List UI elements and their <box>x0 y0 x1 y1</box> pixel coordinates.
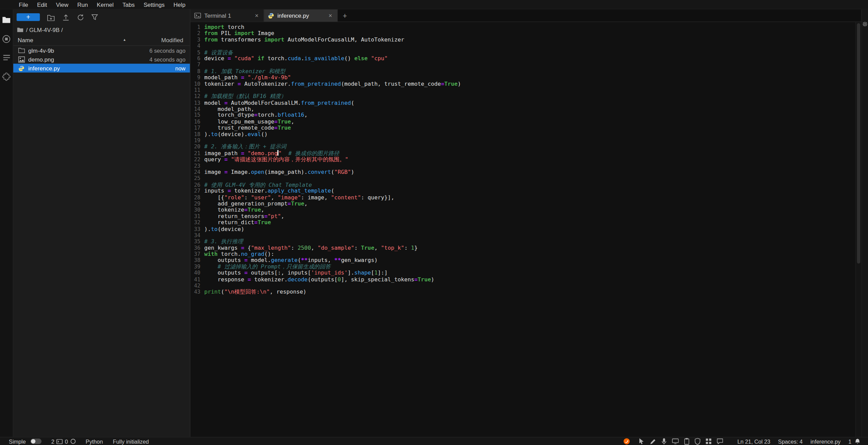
python-file-icon <box>18 65 25 71</box>
tab-terminal-1[interactable]: Terminal 1 × <box>190 10 264 22</box>
menu-kernel[interactable]: Kernel <box>93 1 118 8</box>
code-line[interactable]: 39 # 过滤掉输入的 Prompt，只保留生成的回答 <box>191 263 854 270</box>
code-line[interactable]: 37with torch.no_grad(): <box>191 251 854 257</box>
code-line[interactable]: 14 model_path, <box>191 106 854 112</box>
code-line[interactable]: 36gen_kwargs = {"max_length": 2500, "do_… <box>191 245 854 251</box>
bell-icon[interactable] <box>855 438 860 444</box>
simple-mode-label: Simple <box>9 438 26 444</box>
code-line[interactable]: 26# 使用 GLM-4V 专用的 Chat Template <box>191 181 854 188</box>
screen-icon[interactable] <box>672 439 679 444</box>
code-line[interactable]: 43print("\n模型回答:\n", response) <box>191 289 854 295</box>
code-line[interactable]: 34 <box>191 232 854 238</box>
code-line[interactable]: 38 outputs = model.generate(**inputs, **… <box>191 257 854 264</box>
code-line[interactable]: 12# 加载模型（默认 BF16 精度） <box>191 93 854 100</box>
code-line[interactable]: 40 outputs = outputs[:, inputs['input_id… <box>191 270 854 276</box>
refresh-icon[interactable] <box>77 14 84 21</box>
close-tab-icon[interactable]: × <box>254 12 260 19</box>
editor-scrollbar[interactable] <box>855 22 862 437</box>
breadcrumb[interactable]: / GLM-4V-9B / <box>13 25 190 34</box>
code-line[interactable]: 15 torch_dtype=torch.bfloat16, <box>191 112 854 119</box>
simple-mode-toggle[interactable] <box>30 439 41 444</box>
code-line[interactable]: 3from transformers import AutoModelForCa… <box>191 36 854 43</box>
tab-inference-py[interactable]: inference.py × <box>264 10 337 22</box>
code-line[interactable]: 6device = "cuda" if torch.cuda.is_availa… <box>191 55 854 62</box>
running-sessions-icon[interactable] <box>1 34 12 44</box>
shield-icon[interactable] <box>695 438 700 445</box>
column-header-name[interactable]: Name <box>18 36 33 43</box>
code-line[interactable]: 16 low_cpu_mem_usage=True, <box>191 118 854 125</box>
close-tab-icon[interactable]: × <box>328 12 333 19</box>
file-row-glm-4v-9b[interactable]: glm-4v-9b 6 seconds ago <box>13 46 190 55</box>
file-row-inference-py[interactable]: inference.py now <box>13 64 190 72</box>
code-line[interactable]: 20# 2. 准备输入：图片 + 提示词 <box>191 144 854 150</box>
session-counts[interactable]: 2 0 <box>51 438 76 444</box>
code-line[interactable]: 11 <box>191 87 854 93</box>
status-bar: Simple 2 0 Python Fully initialized <box>0 437 868 445</box>
code-line[interactable]: 35# 3. 执行推理 <box>191 238 854 245</box>
code-line[interactable]: 22query = "请描述这张图片的内容，并分析其中的氛围。" <box>191 156 854 163</box>
code-line[interactable]: 24image = Image.open(image_path).convert… <box>191 169 854 175</box>
menu-view[interactable]: View <box>51 1 73 8</box>
add-tab-icon[interactable]: + <box>338 10 352 22</box>
column-header-modified[interactable]: Modified <box>161 36 185 43</box>
filter-icon[interactable] <box>91 14 98 21</box>
home-folder-icon[interactable] <box>17 27 23 32</box>
code-line[interactable]: 32 return_dict=True <box>191 219 854 226</box>
line-number: 36 <box>191 245 200 251</box>
code-line[interactable]: 21image_path = "demo.png" # 换成你的图片路径 <box>191 150 854 156</box>
code-line[interactable]: 7 <box>191 62 854 68</box>
property-inspector-icon[interactable] <box>863 21 868 27</box>
pointer-icon[interactable] <box>639 438 644 445</box>
table-of-contents-icon[interactable] <box>1 53 12 63</box>
menu-file[interactable]: File <box>14 1 33 8</box>
code-line[interactable]: 28 [{"role": "user", "image": image, "co… <box>191 194 854 201</box>
code-line[interactable]: 17 trust_remote_code=True <box>191 125 854 131</box>
sunlogin-icon[interactable] <box>623 438 630 445</box>
menu-tabs[interactable]: Tabs <box>118 1 139 8</box>
indent-setting[interactable]: Spaces: 4 <box>778 438 803 444</box>
new-launcher-button[interactable]: + <box>17 13 40 21</box>
code-line[interactable]: 41 response = tokenizer.decode(outputs[0… <box>191 276 854 283</box>
code-line[interactable]: 10tokenizer = AutoTokenizer.from_pretrai… <box>191 81 854 87</box>
apps-icon[interactable] <box>706 439 711 444</box>
menu-run[interactable]: Run <box>73 1 92 8</box>
code-line[interactable]: 29 add_generation_prompt=True, <box>191 200 854 207</box>
mic-icon[interactable] <box>662 438 667 445</box>
code-line[interactable]: 8# 1. 加载 Tokenizer 和模型 <box>191 68 854 75</box>
clipboard-icon[interactable] <box>684 438 689 445</box>
chat-icon[interactable] <box>717 439 723 444</box>
code-editor[interactable]: 1import torch2from PIL import Image3from… <box>190 22 862 437</box>
line-number: 26 <box>191 181 200 188</box>
code-line[interactable]: 1import torch <box>191 24 854 30</box>
file-browser-icon[interactable] <box>1 15 12 25</box>
code-line[interactable]: 5# 设置设备 <box>191 49 854 55</box>
menu-help[interactable]: Help <box>169 1 190 8</box>
new-folder-icon[interactable] <box>47 14 55 21</box>
code-line[interactable]: 4 <box>191 43 854 49</box>
code-line[interactable]: 2from PIL import Image <box>191 30 854 37</box>
code-line[interactable]: 42 <box>191 282 854 289</box>
file-row-demo-png[interactable]: demo.png 4 seconds ago <box>13 55 190 64</box>
code-line[interactable]: 19 <box>191 137 854 144</box>
code-line[interactable]: 13model = AutoModelForCausalLM.from_pret… <box>191 99 854 106</box>
code-line[interactable]: 9model_path = "./glm-4v-9b" <box>191 74 854 81</box>
code-line[interactable]: 25 <box>191 175 854 182</box>
code-line[interactable]: 27inputs = tokenizer.apply_chat_template… <box>191 188 854 194</box>
code-line[interactable]: 30 tokenize=True, <box>191 207 854 213</box>
pen-icon[interactable] <box>650 438 656 444</box>
code-line[interactable]: 18).to(device).eval() <box>191 131 854 137</box>
menu-settings[interactable]: Settings <box>139 1 169 8</box>
line-number: 13 <box>191 99 200 106</box>
cursor-position[interactable]: Ln 21, Col 23 <box>737 438 770 444</box>
code-line[interactable]: 33).to(device) <box>191 226 854 232</box>
menu-edit[interactable]: Edit <box>33 1 51 8</box>
notifications-count[interactable]: 1 <box>848 438 851 444</box>
scrollbar-thumb[interactable] <box>857 23 861 264</box>
line-number: 24 <box>191 169 200 175</box>
code-line[interactable]: 31 return_tensors="pt", <box>191 213 854 219</box>
code-line[interactable]: 23 <box>191 163 854 169</box>
language-mode[interactable]: Python <box>86 438 103 444</box>
menu-bar: File Edit View Run Kernel Tabs Settings … <box>0 0 868 10</box>
extension-manager-icon[interactable] <box>1 71 12 81</box>
upload-icon[interactable] <box>62 14 70 21</box>
